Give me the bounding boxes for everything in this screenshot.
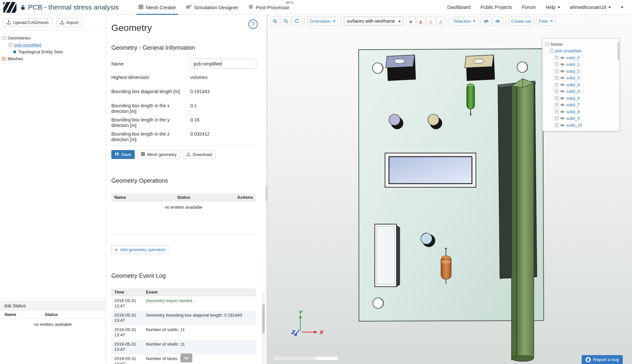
expand-icon[interactable]: + [555, 110, 559, 114]
help-button[interactable]: ? [248, 19, 258, 29]
mounting-hole[interactable] [372, 63, 383, 73]
zoom-out-button[interactable] [281, 17, 291, 25]
selection-button[interactable]: Selection [451, 17, 478, 25]
reset-view-button[interactable] [292, 17, 302, 25]
mounting-hole[interactable] [517, 62, 528, 72]
expand-icon[interactable]: + [555, 96, 559, 100]
event-log-row: 2016-05-31 13:47 Geometry import started… [111, 296, 256, 311]
viewer-hscrollbar-thumb[interactable] [274, 357, 316, 360]
collapse-icon[interactable]: − [9, 43, 12, 47]
nav-public-projects[interactable]: Public Projects [481, 5, 512, 10]
tab-post-processor[interactable]: Post-Processor BETA [243, 0, 295, 15]
add-geometry-operation-button[interactable]: + Add geometry operation [111, 245, 169, 254]
scene-tree-solid[interactable]: +solid_0 [545, 54, 617, 61]
solid-label: solid_1 [566, 62, 580, 67]
collapse-icon[interactable]: − [545, 42, 549, 46]
triangle-half-button[interactable]: ◭ [417, 17, 426, 25]
save-button[interactable]: Save [111, 150, 135, 159]
component-relay-left[interactable] [386, 55, 416, 81]
viewer-toolbar: Orientation surfaces with wireframe ▲ ◭ … [270, 17, 556, 25]
triangle-dot-icon: ◬ [439, 19, 442, 23]
scene-tree-solid[interactable]: +solid_5 [545, 88, 617, 95]
expand-icon[interactable]: + [555, 117, 559, 120]
viewer-hscrollbar[interactable] [273, 356, 339, 360]
triangle-solid-button[interactable]: ▲ [406, 17, 416, 25]
expand-icon[interactable]: + [555, 103, 559, 107]
scene-tree-solid[interactable]: +solid_10 [545, 122, 617, 129]
tab-mesh-creator[interactable]: Mesh Creator [134, 0, 181, 15]
filter-button[interactable]: Filter [536, 17, 556, 25]
expand-icon[interactable]: + [555, 76, 559, 80]
collapse-icon[interactable]: − [550, 49, 553, 53]
scene-tree-solid[interactable]: +solid_6 [545, 95, 617, 102]
download-button[interactable]: Download [183, 150, 215, 159]
scene-tree-solid[interactable]: +solid_1 [545, 61, 617, 68]
event-log-scrollbar[interactable] [262, 304, 265, 333]
expand-icon[interactable]: + [555, 69, 559, 73]
expand-icon[interactable]: + [555, 83, 559, 87]
mesh-quality-toggles: ▲ ◭ △ ◬ [406, 17, 445, 25]
eye-icon[interactable] [560, 56, 564, 59]
upload-cad-button[interactable]: Upload CAD/mesh [3, 18, 52, 27]
expand-icon[interactable]: + [555, 56, 559, 60]
geometry-name-input[interactable] [190, 59, 256, 69]
mounting-hole[interactable] [373, 298, 383, 308]
tab-simulation-designer[interactable]: Simulation Designer [181, 0, 243, 15]
blue-dot-icon [13, 50, 16, 53]
scene-tree-root[interactable]: − Scene [545, 41, 617, 48]
show-selected-button[interactable] [492, 17, 503, 25]
viewport-3d[interactable]: Orientation surfaces with wireframe ▲ ◭ … [267, 15, 632, 364]
expand-icon[interactable]: + [555, 123, 559, 127]
extra-dropdown[interactable] [621, 7, 623, 8]
orange-ring-icon [2, 57, 6, 61]
scene-tree-solid[interactable]: +solid_4 [545, 81, 617, 88]
nav-forum[interactable]: Forum [522, 5, 536, 10]
tree-item-topological-entity-sets[interactable]: Topological Entity Sets [2, 48, 104, 55]
report-bug-button[interactable]: Report a bug [582, 355, 623, 364]
import-button[interactable]: Import [56, 18, 82, 27]
tree-item-meshes[interactable]: Meshes [2, 55, 104, 62]
eye-icon[interactable] [560, 117, 564, 120]
component-relay-right[interactable] [465, 55, 495, 81]
create-set-button[interactable]: Create set [508, 17, 534, 25]
scene-tree-solid[interactable]: +solid_7 [545, 102, 617, 109]
scene-tree-scrollbar[interactable] [618, 42, 619, 60]
eye-icon[interactable] [560, 70, 564, 73]
scene-tree-solid[interactable]: +solid_8 [545, 108, 617, 115]
expand-icon[interactable]: + [555, 63, 559, 66]
scroll-down-button[interactable] [180, 353, 192, 362]
scene-tree-solid[interactable]: +solid_3 [545, 75, 617, 82]
eye-icon[interactable] [560, 103, 564, 106]
eye-icon[interactable] [560, 63, 564, 66]
eye-icon[interactable] [560, 83, 564, 86]
eye-icon[interactable] [560, 97, 564, 100]
eye-icon[interactable] [560, 124, 564, 127]
hide-selected-button[interactable] [481, 17, 491, 25]
eye-icon[interactable] [560, 110, 564, 113]
display-mode-select[interactable]: surfaces with wireframe [344, 17, 403, 25]
triangle-dot-button[interactable]: ◬ [436, 17, 445, 25]
expand-icon[interactable]: + [555, 90, 559, 93]
nav-help-menu[interactable]: Help [546, 5, 560, 10]
component-lcd-display[interactable] [385, 153, 476, 187]
nav-dashboard[interactable]: Dashboard [447, 5, 471, 10]
col-event: Event [146, 290, 253, 295]
zoom-in-button[interactable] [270, 17, 280, 25]
tree-item-pcb-simplified[interactable]: − pcb-simplified [2, 41, 104, 48]
col-actions: Actions [207, 195, 253, 200]
triangle-outline-button[interactable]: △ [426, 17, 435, 25]
tree-item-geometries[interactable]: − Geometries [2, 35, 104, 41]
eye-icon[interactable] [560, 76, 564, 79]
scene-tree-solid[interactable]: +solid_2 [545, 68, 617, 75]
eye-icon[interactable] [560, 90, 564, 93]
component-relay-white[interactable] [375, 224, 400, 287]
scene-tree-geometry[interactable]: − pcb-simplified [545, 48, 617, 55]
orientation-button[interactable]: Orientation [307, 17, 338, 25]
component-heatsink[interactable] [511, 79, 534, 361]
axis-z-label: Z [291, 329, 295, 335]
user-menu[interactable]: ahmedhussain18 [570, 5, 611, 10]
scene-tree-solid[interactable]: +solid_9 [545, 115, 617, 122]
collapse-icon[interactable]: − [2, 36, 6, 40]
mesh-geometry-button[interactable]: Mesh geometry [137, 150, 180, 159]
app-logo[interactable] [3, 2, 16, 13]
